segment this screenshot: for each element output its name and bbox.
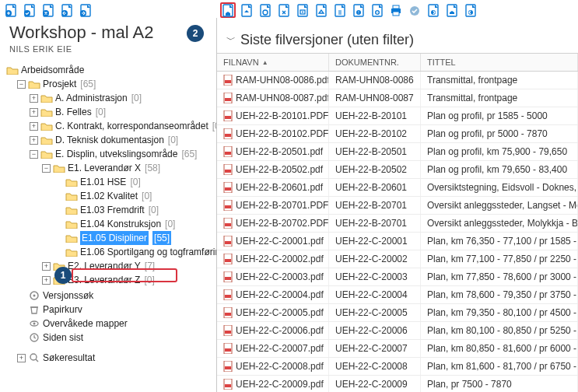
- tree-sidensist[interactable]: Siden sist: [3, 331, 216, 345]
- expand-icon[interactable]: +: [17, 354, 26, 362]
- tree-root-label: Arbeidsområde: [21, 63, 84, 77]
- table-row[interactable]: UEH-22-C-20006.pdfUEH-22-C-20006Plan, km…: [217, 322, 578, 340]
- table-row[interactable]: UEH-22-B-20702.PDFUEH-22-B-20701Oversikt…: [217, 215, 578, 233]
- table-row[interactable]: UEH-22-C-20003.pdfUEH-22-C-20003Plan, km…: [217, 268, 578, 286]
- tb-doc5-icon[interactable]: [78, 2, 93, 18]
- tree-label: E1.05 Disipliner: [80, 231, 149, 245]
- table-row[interactable]: UEH-22-B-20502.pdfUEH-22-B-20502Plan og …: [217, 161, 578, 179]
- tree-label: D. Teknisk dokumentasjon: [55, 133, 164, 147]
- expand-icon[interactable]: +: [30, 108, 38, 117]
- tree-count: [0]: [96, 105, 106, 119]
- table-row[interactable]: RAM-UHN08-0086.pdfRAM-UHN08-0086Transmit…: [217, 72, 578, 89]
- expand-icon[interactable]: +: [30, 136, 38, 145]
- expand-icon[interactable]: +: [42, 276, 51, 285]
- table-row[interactable]: UEH-22-C-20002.pdfUEH-22-C-20002Plan, km…: [217, 250, 578, 268]
- tb-doc4-icon[interactable]: [59, 2, 75, 18]
- expand-icon[interactable]: +: [30, 94, 38, 103]
- tree-label: C. Kontrakt, korrespondanseområdet: [55, 119, 208, 133]
- tb-doc2-icon[interactable]: [22, 2, 37, 18]
- tree-a[interactable]: +A. Administrasjon[0]: [3, 91, 216, 105]
- tb-doc3-icon[interactable]: [40, 2, 56, 18]
- tree-e102[interactable]: E1.02 Kvalitet[0]: [3, 189, 216, 203]
- expand-icon[interactable]: +: [30, 122, 38, 131]
- tree-e1[interactable]: −E1. Leverandør X[58]: [3, 161, 216, 175]
- cell-tittel: Plan, km 80,100 - 80,850 / pr 5250 - 60…: [421, 322, 578, 339]
- tb-home-icon[interactable]: [220, 2, 236, 18]
- expand-icon[interactable]: +: [42, 262, 51, 271]
- tb-doc1-icon[interactable]: [3, 2, 19, 18]
- col-label: TITTEL: [427, 58, 456, 67]
- tree-sokeresultat[interactable]: +Søkeresultat: [3, 351, 216, 365]
- folder-icon: [65, 219, 78, 229]
- folder-icon: [65, 177, 78, 187]
- table-row[interactable]: UEH-22-B-20701.PDFUEH-22-B-20701Oversikt…: [217, 197, 578, 215]
- table-row[interactable]: UEH-22-C-20001.pdfUEH-22-C-20001Plan, km…: [217, 233, 578, 250]
- tb-r12-icon[interactable]: [426, 2, 441, 18]
- tree-overvakede[interactable]: Overvåkede mapper: [3, 317, 216, 331]
- tree-papirkurv[interactable]: Papirkurv: [3, 303, 216, 317]
- col-tittel[interactable]: TITTEL: [421, 54, 578, 71]
- cell-filnavn: UEH-22-C-20002.pdf: [217, 250, 329, 268]
- tree-count: [0]: [212, 119, 216, 133]
- pdf-icon: [223, 361, 233, 372]
- table-row[interactable]: UEH-22-C-20005.pdfUEH-22-C-20005Plan, km…: [217, 304, 578, 322]
- tree-root[interactable]: Arbeidsområde: [3, 63, 216, 77]
- tree-versjonssok[interactable]: Versjonssøk: [3, 289, 216, 303]
- tb-r5-icon[interactable]: [295, 2, 310, 18]
- svg-point-23: [33, 323, 36, 325]
- collapse-icon[interactable]: −: [17, 80, 26, 89]
- collapse-icon[interactable]: −: [30, 150, 38, 159]
- table-header: FILNAVN▲ DOKUMENTNR. TITTEL: [217, 53, 578, 72]
- tb-r6-icon[interactable]: [314, 2, 329, 18]
- cell-filnavn: UEH-22-B-20601.pdf: [217, 179, 329, 196]
- tb-r2-icon[interactable]: [239, 2, 254, 18]
- table-row[interactable]: UEH-22-B-20601.pdfUEH-22-B-20601Oversikt…: [217, 179, 578, 197]
- tb-r8-icon[interactable]: !: [351, 2, 366, 18]
- tree-e105[interactable]: E1.05 Disipliner[55]: [3, 231, 216, 245]
- folder-icon: [65, 247, 78, 257]
- tb-r3-icon[interactable]: [257, 2, 273, 18]
- tb-r13-icon[interactable]: [444, 2, 460, 18]
- tb-r4-icon[interactable]: [276, 2, 292, 18]
- tree-c[interactable]: +C. Kontrakt, korrespondanseområdet[0]: [3, 119, 216, 133]
- cell-dokumentnr: UEH-22-C-20001: [329, 233, 421, 250]
- tree-d[interactable]: +D. Teknisk dokumentasjon[0]: [3, 133, 216, 147]
- tb-r7-icon[interactable]: [332, 2, 348, 18]
- table-row[interactable]: UEH-22-C-20004.pdfUEH-22-C-20004Plan, km…: [217, 286, 578, 304]
- tree-count: [55]: [152, 231, 171, 245]
- tree-b[interactable]: +B. Felles[0]: [3, 105, 216, 119]
- table-row[interactable]: RAM-UHN08-0087.pdfRAM-UHN08-0087Transmit…: [217, 89, 578, 107]
- tree-e3[interactable]: +E3. Leverandør Z[0]: [3, 273, 216, 287]
- cell-filnavn: UEH-22-C-20008.pdf: [217, 358, 329, 375]
- trash-icon: [28, 304, 40, 315]
- tree-e101[interactable]: E1.01 HSE[0]: [3, 175, 216, 189]
- table-row[interactable]: UEH-22-B-20101.PDFUEH-22-B-20101Plan og …: [217, 107, 578, 125]
- tb-r9-icon[interactable]: [370, 2, 385, 18]
- table-row[interactable]: UEH-22-C-20008.pdfUEH-22-C-20008Plan, km…: [217, 358, 578, 376]
- tree-e106[interactable]: E1.06 Sportilgang og togframføring: [3, 245, 216, 259]
- table-row[interactable]: UEH-22-B-20501.pdfUEH-22-B-20501Plan og …: [217, 143, 578, 161]
- workspace-title: Workshop - mal A2: [0, 18, 216, 44]
- list-header[interactable]: ﹀ Siste filversjoner (uten filter): [217, 18, 578, 53]
- cell-filnavn: RAM-UHN08-0087.pdf: [217, 89, 329, 107]
- tb-print-icon[interactable]: [388, 2, 404, 18]
- folder-icon: [53, 275, 65, 285]
- tb-check-icon[interactable]: [407, 2, 422, 18]
- folder-icon: [53, 261, 65, 271]
- tree-e[interactable]: −E. Displin, utvekslingsområde[65]: [3, 147, 216, 161]
- table-row[interactable]: UEH-22-C-20007.pdfUEH-22-C-20007Plan, km…: [217, 340, 578, 358]
- tree-project[interactable]: − Prosjekt [65]: [3, 77, 216, 91]
- tree-e2[interactable]: +E2. Leverandør Y[7]: [3, 259, 216, 273]
- col-filnavn[interactable]: FILNAVN▲: [217, 54, 329, 71]
- collapse-icon[interactable]: −: [42, 164, 51, 173]
- col-dokumentnr[interactable]: DOKUMENTNR.: [329, 54, 421, 71]
- col-label: FILNAVN: [223, 58, 259, 67]
- svg-rect-16: [393, 12, 399, 16]
- cell-dokumentnr: UEH-22-B-20102: [329, 125, 421, 142]
- tb-r14-icon[interactable]: [463, 2, 478, 18]
- tree-e103[interactable]: E1.03 Fremdrift[0]: [3, 203, 216, 217]
- table-row[interactable]: UEH-22-C-20009.pdfUEH-22-C-20009Plan, pr…: [217, 376, 578, 392]
- right-toolbar: !: [217, 0, 578, 18]
- table-row[interactable]: UEH-22-B-20102.PDFUEH-22-B-20102Plan og …: [217, 125, 578, 143]
- tree-e104[interactable]: E1.04 Konstruksjon[0]: [3, 217, 216, 231]
